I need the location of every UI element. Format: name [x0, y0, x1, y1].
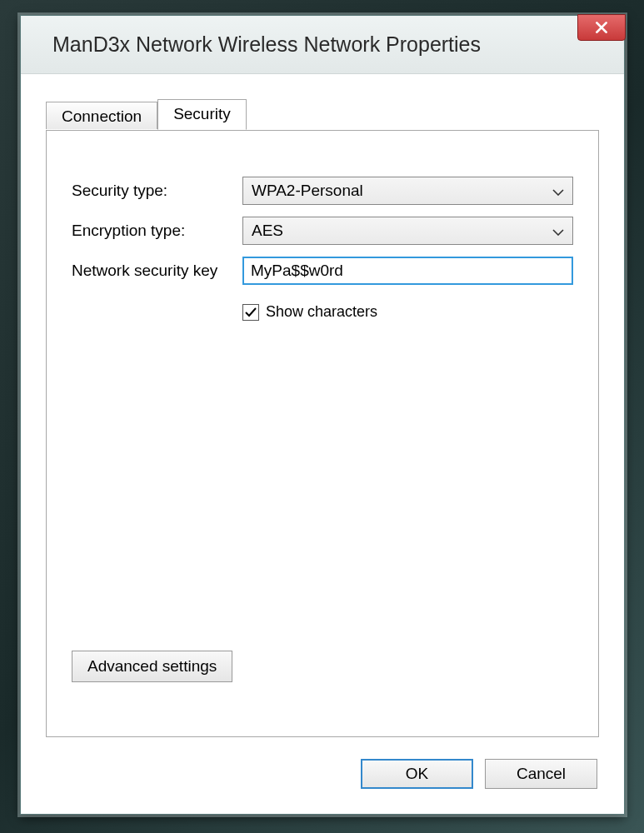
checkmark-icon [244, 306, 257, 319]
security-type-row: Security type: WPA2-Personal [72, 177, 573, 205]
encryption-type-label: Encryption type: [72, 222, 242, 240]
chevron-down-icon [552, 182, 564, 200]
checkbox-box [242, 304, 259, 321]
close-button[interactable] [577, 14, 626, 41]
security-type-value: WPA2-Personal [252, 182, 363, 200]
dialog-client-area: Connection Security Security type: WPA2-… [21, 74, 624, 814]
ok-button[interactable]: OK [361, 759, 473, 789]
security-type-label: Security type: [72, 182, 242, 200]
advanced-settings-button[interactable]: Advanced settings [72, 651, 232, 682]
tab-panel-security: Security type: WPA2-Personal Encryption … [46, 130, 599, 737]
show-characters-label: Show characters [266, 303, 377, 321]
encryption-type-row: Encryption type: AES [72, 217, 573, 245]
tab-security[interactable]: Security [157, 99, 247, 130]
encryption-type-value: AES [252, 222, 283, 240]
security-type-select[interactable]: WPA2-Personal [242, 177, 573, 205]
show-characters-checkbox[interactable]: Show characters [242, 303, 573, 321]
dialog-button-row: OK Cancel [361, 759, 597, 789]
dialog-title: ManD3x Network Wireless Network Properti… [52, 32, 481, 57]
title-bar[interactable]: ManD3x Network Wireless Network Properti… [21, 16, 624, 74]
tab-connection[interactable]: Connection [46, 102, 157, 129]
close-icon [594, 20, 609, 35]
chevron-down-icon [552, 222, 564, 240]
properties-dialog: ManD3x Network Wireless Network Properti… [20, 15, 625, 815]
network-key-label: Network security key [72, 262, 242, 280]
encryption-type-select[interactable]: AES [242, 217, 573, 245]
tab-strip: Connection Security [46, 99, 599, 129]
network-key-input[interactable] [242, 257, 573, 285]
cancel-button[interactable]: Cancel [485, 759, 597, 789]
tab-container: Connection Security Security type: WPA2-… [46, 99, 599, 737]
network-key-row: Network security key [72, 257, 573, 285]
